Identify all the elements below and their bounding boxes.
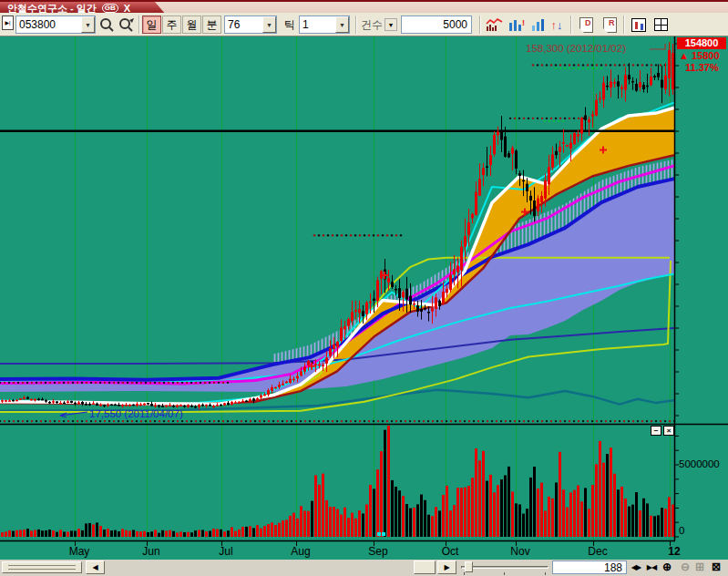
volume-exclaim-icon[interactable]: !: [507, 15, 527, 34]
x-axis-label: 12: [659, 545, 690, 558]
zoom-out-icon[interactable]: ⊖: [678, 561, 692, 575]
zoom-in-icon[interactable]: ⊕: [660, 561, 674, 575]
current-price-badge: 154800: [677, 37, 726, 49]
slider-tick: [545, 572, 546, 575]
bar-count-combobox[interactable]: 76 ▼: [224, 15, 277, 34]
scroll-left-button[interactable]: ◀: [86, 561, 105, 574]
change-value: ▲ 15800: [679, 50, 720, 61]
candle-chart-icon[interactable]: [629, 15, 649, 34]
tick-combobox[interactable]: 1 ▼: [299, 15, 350, 34]
zoom-slider-track[interactable]: [461, 566, 549, 569]
toolbar-separator: [355, 15, 357, 34]
volume-zero-label: 0: [679, 525, 684, 536]
chevron-down-icon[interactable]: ▼: [81, 16, 95, 33]
change-percent: 11.37%: [685, 62, 719, 73]
scrollbar-end-segment[interactable]: [414, 561, 436, 574]
x-axis-label: Dec: [582, 545, 613, 558]
slider-tick: [464, 572, 465, 575]
toolbar: ▶| 053800 ▼ 일 주 월 분 76 ▼ 틱 1 ▼ 건수 ▼: [0, 13, 728, 36]
up-down-arrows-icon[interactable]: ↑↓: [547, 15, 567, 34]
toolbar-separator: [570, 15, 572, 34]
grid-layout-icon[interactable]: [651, 15, 671, 34]
doc-r-icon[interactable]: R: [600, 15, 620, 34]
x-axis-label: Oct: [435, 545, 466, 558]
x-axis-label: Aug: [285, 545, 316, 558]
symbol-code-value: 053800: [16, 18, 81, 31]
scroll-right-button[interactable]: ▶: [437, 561, 456, 574]
link-badge-icon[interactable]: GB: [102, 4, 118, 13]
skip-to-end-icon[interactable]: ▶◀: [644, 561, 659, 575]
gunsu-combobox[interactable]: 건수 ▼: [361, 15, 397, 34]
tick-label: 틱: [284, 15, 295, 34]
slider-tick: [504, 572, 505, 575]
period-minute-button[interactable]: 분: [202, 15, 221, 34]
search-icon[interactable]: [97, 15, 117, 34]
volume-pane-close-button[interactable]: ×: [663, 426, 674, 436]
svg-text:!: !: [522, 18, 525, 27]
x-axis-label: May: [64, 545, 95, 558]
title-bar: 안철수연구소 - 일간 GB X: [0, 0, 728, 13]
arrows-left-right-icon[interactable]: ◀▶: [629, 561, 643, 575]
volume-scale-label: 5000000: [679, 458, 720, 469]
zoom-slider-handle[interactable]: [465, 561, 473, 572]
volume-pane-minimize-button[interactable]: −: [651, 426, 661, 436]
tick-value: 1: [300, 18, 335, 31]
bottom-navigation-bar: ◀ ▶ ◀▶ ▶◀ ⊕ ⊖ ⊞ ⊠: [0, 560, 728, 576]
chart-area[interactable]: 158,300 (2012/01/02) 17,550 (2011/04/07)…: [0, 36, 728, 560]
chevron-down-icon[interactable]: ▼: [262, 16, 276, 33]
chart-line-icon[interactable]: [485, 15, 505, 34]
toolbar-separator: [623, 15, 625, 34]
up-triangle-icon: ▲: [679, 50, 689, 61]
grid-icon[interactable]: ⊞: [692, 561, 707, 575]
gunsu-label: 건수: [361, 15, 383, 34]
chart-window: 안철수연구소 - 일간 GB X ▶| 053800 ▼ 일 주 월 분 76 …: [0, 0, 728, 576]
toolbar-separator: [138, 15, 140, 34]
amount-input[interactable]: [401, 15, 472, 34]
bar-count-value: 76: [225, 18, 262, 31]
symbol-code-combobox[interactable]: 053800 ▼: [15, 15, 96, 34]
close-box-icon[interactable]: ⊠: [709, 561, 723, 575]
high-annotation: 158,300 (2012/01/02): [526, 43, 626, 54]
chevron-down-icon[interactable]: ▼: [385, 18, 397, 31]
scrollbar-thumb[interactable]: [2, 561, 82, 573]
panel-toggle-icon[interactable]: ▶|: [2, 15, 14, 30]
period-week-button[interactable]: 주: [162, 15, 181, 34]
x-axis-label: Sep: [363, 545, 394, 558]
doc-d-icon[interactable]: D: [576, 15, 596, 34]
x-axis-label: Jun: [136, 545, 167, 558]
mini-bars-icon[interactable]: [528, 15, 549, 34]
period-day-button[interactable]: 일: [142, 15, 161, 34]
bar-position-input[interactable]: [552, 561, 627, 574]
x-axis-label: Jul: [210, 545, 241, 558]
toolbar-separator: [479, 15, 481, 34]
price-volume-chart: [0, 36, 728, 560]
search-zoom-icon[interactable]: [117, 15, 137, 34]
low-annotation: 17,550 (2011/04/07): [89, 408, 183, 419]
x-axis-label: Nov: [505, 545, 536, 558]
period-month-button[interactable]: 월: [182, 15, 201, 34]
chevron-down-icon[interactable]: ▼: [335, 16, 349, 33]
